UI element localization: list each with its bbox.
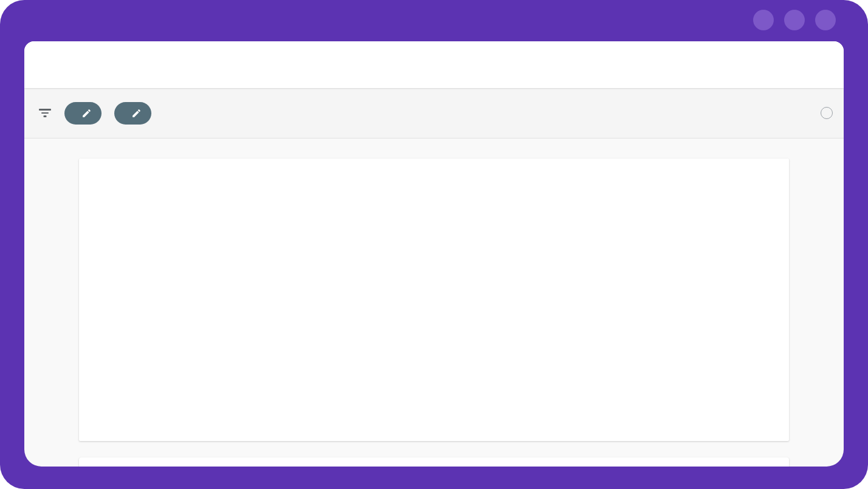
help-icon[interactable] <box>198 225 209 236</box>
window-dot-icon <box>815 10 836 30</box>
checkbox-checked-icon[interactable] <box>91 174 101 184</box>
metric-tile-average-position[interactable] <box>498 159 638 244</box>
window-dot-icon <box>784 10 805 30</box>
edit-pencil-icon <box>81 108 92 118</box>
checkbox-checked-icon[interactable] <box>371 174 381 184</box>
performance-line-chart <box>79 244 789 441</box>
app-window <box>24 41 844 467</box>
help-icon[interactable] <box>477 225 489 236</box>
last-updated <box>816 107 833 119</box>
metric-tiles <box>79 159 789 244</box>
line-chart-svg <box>79 244 789 441</box>
help-icon[interactable] <box>617 225 629 236</box>
metric-tile-average-ctr[interactable] <box>359 159 498 244</box>
filter-bar <box>24 88 844 138</box>
performance-panel <box>79 159 789 441</box>
help-icon[interactable] <box>337 225 349 236</box>
filter-chip-search-type[interactable] <box>64 102 102 125</box>
checkbox-checked-icon[interactable] <box>231 174 241 184</box>
checkbox-checked-icon[interactable] <box>511 174 520 184</box>
metric-tile-total-clicks[interactable] <box>79 159 219 244</box>
main-content <box>24 138 844 467</box>
window-dots <box>753 10 836 30</box>
app-header <box>24 41 844 88</box>
next-panel-partial <box>79 457 789 467</box>
filter-icon[interactable] <box>39 109 51 117</box>
metric-tile-total-impressions[interactable] <box>219 159 359 244</box>
window-dot-icon <box>753 10 774 30</box>
filter-chip-date[interactable] <box>114 102 151 125</box>
help-icon[interactable] <box>821 107 833 119</box>
edit-pencil-icon <box>131 108 142 118</box>
browser-frame <box>0 0 868 489</box>
